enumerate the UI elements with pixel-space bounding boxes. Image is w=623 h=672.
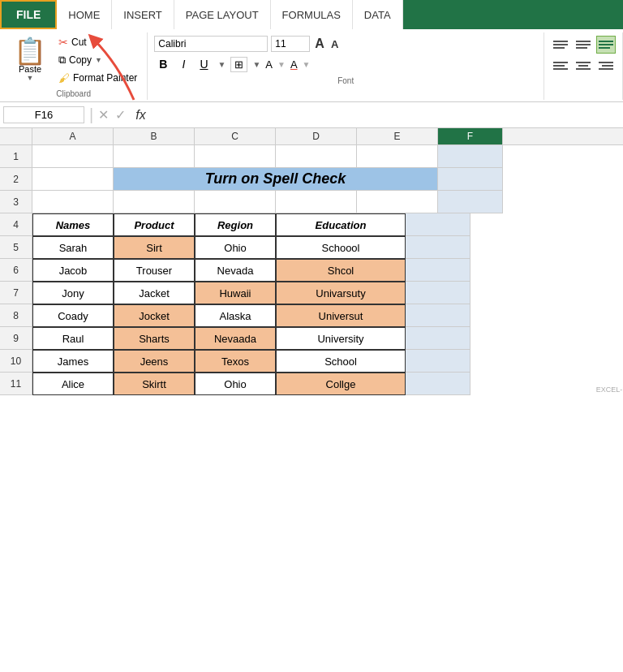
cell-f6[interactable]	[406, 259, 470, 282]
cell-name-11[interactable]: Alice	[32, 373, 114, 395]
cell-region-10[interactable]: Texos	[195, 350, 276, 373]
spreadsheet: A B C D E F 1 2 Turn on Spell Check 3 4 …	[0, 128, 623, 395]
cell-b3[interactable]	[114, 191, 195, 213]
tab-formulas[interactable]: FORMULAS	[271, 0, 353, 29]
watermark: EXCEL-DATA-BI	[312, 386, 623, 394]
cell-region-5[interactable]: Ohio	[195, 236, 276, 259]
font-size-input[interactable]	[271, 36, 310, 52]
cell-region-header[interactable]: Region	[195, 213, 276, 236]
cell-f2[interactable]	[438, 168, 503, 191]
cell-education-5[interactable]: Schoool	[276, 236, 406, 259]
align-center-button[interactable]	[574, 57, 593, 75]
cell-a1[interactable]	[32, 145, 114, 168]
font-size-decrease[interactable]: A	[329, 38, 340, 50]
tab-data[interactable]: DATA	[353, 0, 403, 29]
row-7: 7 Jony Jacket Huwaii Univarsuty	[0, 282, 623, 304]
cell-education-6[interactable]: Shcol	[276, 259, 406, 282]
format-painter-button[interactable]: 🖌 Format Painter	[55, 70, 140, 86]
tab-home[interactable]: HOME	[57, 0, 112, 29]
formula-bar: | ✕ ✓ fx	[0, 102, 623, 128]
cell-region-11[interactable]: Ohio	[195, 373, 276, 395]
col-header-f[interactable]: F	[438, 128, 503, 144]
ribbon: 📋 Paste ▼ ✂ Cut ⧉ Copy ▼	[0, 29, 623, 102]
cell-f3[interactable]	[438, 191, 503, 213]
font-size-increase[interactable]: A	[313, 37, 326, 51]
formula-input[interactable]	[153, 107, 623, 123]
formula-fx-label: fx	[129, 108, 152, 123]
cell-product-11[interactable]: Skirtt	[114, 373, 195, 395]
align-middle-button[interactable]	[574, 36, 593, 54]
cell-reference[interactable]	[3, 106, 84, 123]
cell-education-9[interactable]: University	[276, 327, 406, 350]
cell-f9[interactable]	[406, 327, 470, 350]
cell-region-7[interactable]: Huwaii	[195, 282, 276, 304]
align-right-button[interactable]	[596, 57, 616, 75]
font-name-input[interactable]	[154, 36, 268, 52]
cell-name-6[interactable]: Jacob	[32, 259, 114, 282]
cell-education-7[interactable]: Univarsuty	[276, 282, 406, 304]
border-button[interactable]: ⊞	[230, 57, 247, 72]
align-top-button[interactable]	[551, 36, 570, 54]
formula-cancel-button[interactable]: ✕	[95, 107, 112, 123]
col-header-c[interactable]: C	[195, 128, 276, 144]
cell-education-10[interactable]: School	[276, 350, 406, 373]
cell-education-8[interactable]: Universut	[276, 304, 406, 327]
cell-a2[interactable]	[32, 168, 114, 191]
cell-name-5[interactable]: Sarah	[32, 236, 114, 259]
cell-region-6[interactable]: Nevada	[195, 259, 276, 282]
cell-name-10[interactable]: James	[32, 350, 114, 373]
cell-name-7[interactable]: Jony	[32, 282, 114, 304]
col-header-corner	[0, 128, 32, 144]
col-header-b[interactable]: B	[114, 128, 195, 144]
cell-title[interactable]: Turn on Spell Check	[114, 168, 438, 191]
fill-color-button[interactable]: A	[265, 58, 273, 71]
cell-product-6[interactable]: Trouser	[114, 259, 195, 282]
underline-button[interactable]: U	[195, 55, 213, 73]
cell-name-8[interactable]: Coady	[32, 304, 114, 327]
cell-d3[interactable]	[276, 191, 357, 213]
cell-a3[interactable]	[32, 191, 114, 213]
cell-name-9[interactable]: Raul	[32, 327, 114, 350]
bold-button[interactable]: B	[154, 55, 172, 73]
cell-names-header[interactable]: Names	[32, 213, 114, 236]
col-header-a[interactable]: A	[32, 128, 114, 144]
cell-product-7[interactable]: Jacket	[114, 282, 195, 304]
cell-c1[interactable]	[195, 145, 276, 168]
cell-product-header[interactable]: Product	[114, 213, 195, 236]
cell-e3[interactable]	[357, 191, 438, 213]
clipboard-group-label: Clipboard	[6, 88, 140, 100]
cell-region-8[interactable]: Alaska	[195, 304, 276, 327]
cell-product-8[interactable]: Jocket	[114, 304, 195, 327]
cell-product-10[interactable]: Jeens	[114, 350, 195, 373]
row-num-6: 6	[0, 259, 32, 282]
cell-product-5[interactable]: Sirt	[114, 236, 195, 259]
formula-confirm-button[interactable]: ✓	[112, 107, 129, 123]
paste-button[interactable]: 📋 Paste ▼	[6, 32, 54, 88]
cell-f5[interactable]	[406, 236, 470, 259]
cell-f7[interactable]	[406, 282, 470, 304]
cut-button[interactable]: ✂ Cut	[55, 34, 140, 50]
tab-file[interactable]: FILE	[0, 0, 57, 29]
cell-d1[interactable]	[276, 145, 357, 168]
copy-button[interactable]: ⧉ Copy ▼	[55, 52, 140, 68]
col-header-e[interactable]: E	[357, 128, 438, 144]
cell-product-9[interactable]: Sharts	[114, 327, 195, 350]
cell-f4[interactable]	[406, 213, 470, 236]
align-bottom-button[interactable]	[596, 36, 616, 54]
cell-e1[interactable]	[357, 145, 438, 168]
cell-f10[interactable]	[406, 350, 470, 373]
cell-region-9[interactable]: Nevaada	[195, 327, 276, 350]
tab-insert[interactable]: INSERT	[112, 0, 174, 29]
align-left-button[interactable]	[551, 57, 570, 75]
italic-button[interactable]: I	[177, 55, 190, 73]
paste-label: Paste	[19, 64, 41, 74]
cell-f8[interactable]	[406, 304, 470, 327]
col-header-d[interactable]: D	[276, 128, 357, 144]
cell-b1[interactable]	[114, 145, 195, 168]
cell-education-header[interactable]: Education	[276, 213, 406, 236]
tab-page-layout[interactable]: PAGE LAYOUT	[174, 0, 271, 29]
font-color-button[interactable]: A	[290, 58, 298, 71]
cell-f1[interactable]	[438, 145, 503, 168]
row-num-1: 1	[0, 145, 32, 168]
cell-c3[interactable]	[195, 191, 276, 213]
